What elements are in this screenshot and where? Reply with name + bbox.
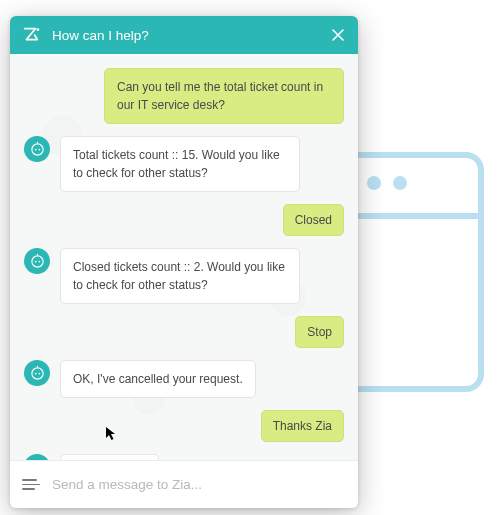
menu-icon-line bbox=[22, 479, 37, 481]
message-bubble: Closed bbox=[283, 204, 344, 236]
svg-point-1 bbox=[31, 143, 42, 154]
zia-logo-icon bbox=[20, 24, 42, 46]
svg-point-5 bbox=[34, 260, 36, 262]
backdrop-dot bbox=[367, 176, 381, 190]
close-button[interactable] bbox=[328, 25, 348, 45]
svg-point-3 bbox=[38, 148, 40, 150]
svg-point-0 bbox=[37, 28, 40, 31]
message-bot: Closed tickets count :: 2. Would you lik… bbox=[24, 248, 344, 304]
message-user: Closed bbox=[24, 204, 344, 236]
backdrop-dot bbox=[393, 176, 407, 190]
chat-window: How can I help? Can you tell me the tota… bbox=[10, 16, 358, 508]
message-user: Thanks Zia bbox=[24, 410, 344, 442]
menu-icon-line bbox=[22, 484, 40, 486]
bot-avatar-icon bbox=[24, 360, 50, 386]
svg-point-2 bbox=[34, 148, 36, 150]
svg-point-6 bbox=[38, 260, 40, 262]
message-bubble: Thanks Zia bbox=[261, 410, 344, 442]
message-bot: OK, I've cancelled your request. bbox=[24, 360, 344, 398]
message-input[interactable] bbox=[52, 477, 346, 492]
chat-footer bbox=[10, 460, 358, 508]
message-bot: Total tickets count :: 15. Would you lik… bbox=[24, 136, 344, 192]
bot-avatar-icon bbox=[24, 248, 50, 274]
svg-point-8 bbox=[34, 372, 36, 374]
message-bubble: OK, I've cancelled your request. bbox=[60, 360, 256, 398]
chat-body: Can you tell me the total ticket count i… bbox=[10, 54, 358, 460]
menu-button[interactable] bbox=[22, 476, 40, 494]
close-icon bbox=[331, 28, 345, 42]
message-bubble: Closed tickets count :: 2. Would you lik… bbox=[60, 248, 300, 304]
bot-avatar-icon bbox=[24, 454, 50, 460]
message-user: Can you tell me the total ticket count i… bbox=[24, 68, 344, 124]
message-bubble: Stop bbox=[295, 316, 344, 348]
svg-point-7 bbox=[31, 367, 42, 378]
message-bubble: Can you tell me the total ticket count i… bbox=[104, 68, 344, 124]
message-user: Stop bbox=[24, 316, 344, 348]
message-bubble: Total tickets count :: 15. Would you lik… bbox=[60, 136, 300, 192]
svg-point-9 bbox=[38, 372, 40, 374]
chat-header: How can I help? bbox=[10, 16, 358, 54]
svg-point-4 bbox=[31, 255, 42, 266]
message-bubble: My Pleasure!! bbox=[60, 454, 159, 460]
bot-avatar-icon bbox=[24, 136, 50, 162]
message-bot: My Pleasure!! bbox=[24, 454, 344, 460]
menu-icon-line bbox=[22, 488, 35, 490]
header-title: How can I help? bbox=[52, 28, 318, 43]
